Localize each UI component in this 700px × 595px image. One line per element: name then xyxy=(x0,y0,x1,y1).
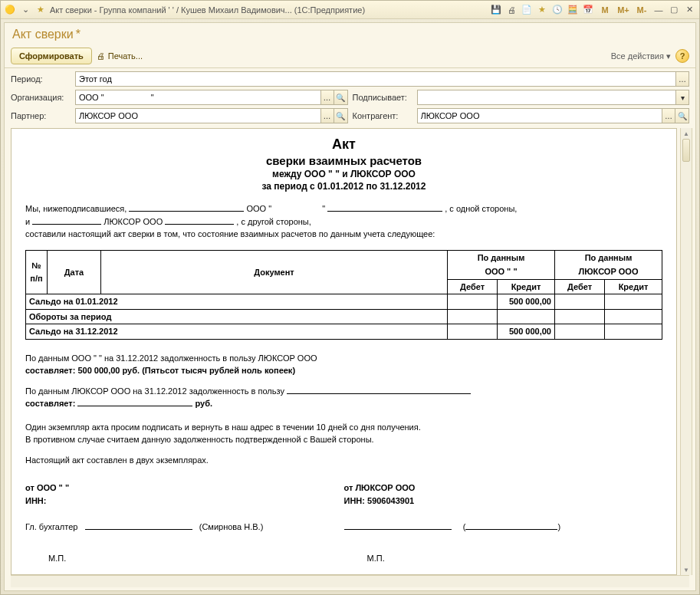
signature-blank xyxy=(465,521,557,530)
th-by2-sub: ЛЮКСОР ООО xyxy=(555,265,662,279)
generate-button[interactable]: Сформировать xyxy=(11,48,92,64)
signer-input[interactable] xyxy=(417,90,676,105)
acc-label: Гл. бухгалтер xyxy=(25,522,77,531)
page-title: Акт сверки xyxy=(12,28,74,41)
mem-mminus[interactable]: M- xyxy=(633,4,650,16)
report-title-1: Акт xyxy=(25,136,662,153)
all-actions-dropdown[interactable]: Все действия ▾ xyxy=(611,51,671,61)
scroll-down-icon[interactable]: ▼ xyxy=(681,564,692,575)
cell xyxy=(555,324,605,340)
th-doc: Документ xyxy=(101,250,448,294)
acc-name: (Смирнова Н.В.) xyxy=(199,522,264,531)
cell xyxy=(605,309,662,324)
row-label: Сальдо на 31.12.2012 xyxy=(26,324,448,340)
partner-search-button[interactable]: 🔍 xyxy=(334,108,348,123)
history-icon[interactable]: 🕓 xyxy=(550,4,564,16)
inn-2: ИНН: 5906043901 xyxy=(344,495,663,508)
org-field: … 🔍 xyxy=(75,90,348,105)
calc-icon[interactable]: 🧮 xyxy=(566,4,580,16)
printer-icon: 🖨 xyxy=(97,51,105,61)
debt2c: руб. xyxy=(195,399,212,408)
counterparty-search-button[interactable]: 🔍 xyxy=(675,108,689,123)
th-date: Дата xyxy=(48,250,101,294)
org-search-button[interactable]: 🔍 xyxy=(334,90,348,105)
horizontal-scrollbar[interactable] xyxy=(11,575,689,587)
help-button[interactable]: ? xyxy=(675,49,689,63)
window-title: Акт сверки - Группа компаний ' ' / Кушев… xyxy=(50,5,365,15)
signer-label: Подписывает: xyxy=(353,93,412,102)
vertical-scrollbar[interactable]: ▲ ▼ xyxy=(680,128,692,575)
partner-field: … 🔍 xyxy=(75,108,348,123)
print-icon[interactable]: 🖨 xyxy=(504,4,518,16)
counterparty-picker-button[interactable]: … xyxy=(662,108,675,123)
cell xyxy=(555,294,605,310)
mem-m[interactable]: M xyxy=(596,4,613,16)
cell xyxy=(605,324,662,340)
note-3: Настоящий акт составлен в двух экземпляр… xyxy=(25,454,662,467)
th-by1: По данным xyxy=(448,250,555,265)
report-document: Акт сверки взаимных расчетов между ООО "… xyxy=(11,128,677,575)
cell xyxy=(448,324,498,340)
cell xyxy=(448,294,498,310)
debt-text-1b: составляет: 500 000,00 руб. (Пятьсот тыс… xyxy=(25,364,662,377)
blank xyxy=(287,386,471,394)
org-picker-button[interactable]: … xyxy=(320,90,334,105)
calendar-icon[interactable]: 📅 xyxy=(581,4,595,16)
star-icon[interactable]: ★ xyxy=(35,4,47,16)
th-debit2: Дебет xyxy=(555,279,605,294)
app-icon: 🟡 xyxy=(4,4,16,16)
intro2c: , с другой стороны, xyxy=(236,217,311,226)
blank xyxy=(77,398,192,406)
debt-text-2a: По данным ЛЮКСОР ООО на 31.12.2012 задол… xyxy=(25,385,662,398)
th-credit1: Кредит xyxy=(498,279,555,294)
note-1: Один экземпляр акта просим подписать и в… xyxy=(25,421,662,434)
maximize-button[interactable]: ▢ xyxy=(667,4,681,16)
back-icon[interactable]: ⌄ xyxy=(19,4,31,16)
intro-line-2: и ЛЮКСОР ООО , с другой стороны, xyxy=(25,215,662,228)
table-row: Обороты за период xyxy=(26,309,662,324)
th-num: № п/п xyxy=(26,250,48,294)
scroll-up-icon[interactable]: ▲ xyxy=(681,128,692,139)
from-1: от ООО " " xyxy=(25,482,344,495)
intro2b: ЛЮКСОР ООО xyxy=(104,217,165,226)
blank xyxy=(129,203,244,212)
counterparty-input[interactable] xyxy=(417,108,662,123)
th-credit2: Кредит xyxy=(605,279,662,294)
acc-line-2: () xyxy=(344,521,663,534)
th-debit1: Дебет xyxy=(448,279,498,294)
org-input[interactable] xyxy=(75,90,320,105)
mem-mplus[interactable]: M+ xyxy=(615,4,632,16)
export-icon[interactable]: 📄 xyxy=(520,4,534,16)
period-input[interactable] xyxy=(75,71,675,87)
acc-line: Гл. бухгалтер (Смирнова Н.В.) xyxy=(25,521,344,534)
cell: 500 000,00 xyxy=(498,324,555,340)
row-label: Обороты за период xyxy=(26,309,448,324)
th-by1-sub: ООО " " xyxy=(448,265,555,279)
blank xyxy=(165,216,234,225)
minimize-button[interactable]: — xyxy=(652,4,665,16)
blank xyxy=(327,203,442,212)
intro2a: и xyxy=(25,217,32,226)
partner-input[interactable] xyxy=(75,108,320,123)
all-actions-label: Все действия xyxy=(611,51,664,61)
cell xyxy=(555,309,605,324)
print-link[interactable]: 🖨 Печать... xyxy=(97,51,143,61)
period-label: Период: xyxy=(11,74,71,84)
signature-blank xyxy=(344,521,452,530)
print-link-label: Печать... xyxy=(108,51,143,61)
scroll-thumb[interactable] xyxy=(682,139,690,162)
debt-text-2b: составляет: руб. xyxy=(25,397,662,410)
signature-blank xyxy=(85,521,192,530)
favorite-icon[interactable]: ★ xyxy=(535,4,549,16)
signer-dropdown-button[interactable]: ▾ xyxy=(675,90,689,105)
table-row: Сальдо на 01.01.2012 500 000,00 xyxy=(26,294,662,310)
mp-1: М.П. xyxy=(25,552,344,565)
partner-picker-button[interactable]: … xyxy=(320,108,334,123)
row-label: Сальдо на 01.01.2012 xyxy=(26,294,448,310)
period-picker-button[interactable]: … xyxy=(675,71,689,87)
title-bar: 🟡 ⌄ ★ Акт сверки - Группа компаний ' ' /… xyxy=(1,1,699,19)
debt-text-1a: По данным ООО " " на 31.12.2012 задолжен… xyxy=(25,352,662,365)
save-icon[interactable]: 💾 xyxy=(489,4,503,16)
close-button[interactable]: ✕ xyxy=(682,4,696,16)
chevron-down-icon: ▾ xyxy=(666,51,671,61)
